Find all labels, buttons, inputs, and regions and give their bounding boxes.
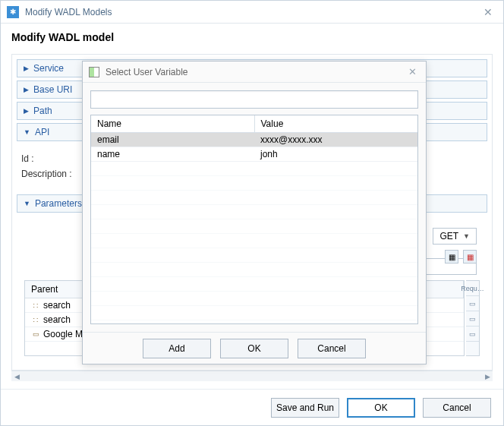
variable-row[interactable]: email xxxx@xxxx.xxx bbox=[91, 133, 417, 147]
caret-down-icon: ▼ bbox=[24, 128, 30, 136]
cancel-button[interactable]: Cancel bbox=[423, 398, 491, 418]
section-service-label: Service bbox=[33, 63, 64, 74]
method-select[interactable]: GET ▼ bbox=[433, 228, 477, 245]
tree-icon: ⸬ bbox=[31, 315, 40, 324]
dialog-ok-button[interactable]: OK bbox=[220, 339, 288, 358]
var-value: jonh bbox=[254, 147, 417, 161]
mini-cell[interactable]: ▭ bbox=[466, 296, 479, 311]
caret-right-icon: ▶ bbox=[24, 107, 29, 115]
dialog-footer: Add OK Cancel bbox=[83, 332, 426, 364]
add-button[interactable]: Add bbox=[143, 339, 211, 358]
description-label: Description : bbox=[21, 169, 90, 179]
variable-row[interactable]: name jonh bbox=[91, 147, 417, 162]
section-parameters-label: Parameters bbox=[35, 198, 82, 209]
var-name: email bbox=[91, 133, 254, 147]
param-label: search bbox=[43, 300, 71, 311]
method-select-wrap: GET ▼ bbox=[433, 228, 477, 245]
param-table-right: Requ… ▭ ▭ ▭ bbox=[466, 280, 480, 356]
window-title: Modify WADL Models bbox=[25, 7, 479, 17]
titlebar: ✱ Modify WADL Models ✕ bbox=[1, 1, 503, 24]
var-value: xxxx@xxxx.xxx bbox=[254, 133, 417, 147]
col-value: Value bbox=[255, 115, 418, 132]
var-name: name bbox=[91, 147, 254, 161]
caret-right-icon: ▶ bbox=[24, 65, 29, 72]
section-path-label: Path bbox=[33, 106, 52, 116]
col-name: Name bbox=[91, 115, 255, 132]
variable-search-input[interactable] bbox=[90, 90, 418, 109]
dialog-title: Select User Variable bbox=[106, 67, 405, 77]
tree-icon: ⸬ bbox=[31, 301, 40, 310]
method-value: GET bbox=[439, 231, 458, 241]
caret-down-icon: ▼ bbox=[24, 200, 30, 207]
caret-down-icon: ▼ bbox=[463, 232, 470, 240]
mini-cell[interactable]: ▭ bbox=[466, 327, 479, 342]
save-and-run-button[interactable]: Save and Run bbox=[271, 398, 339, 418]
caret-right-icon: ▶ bbox=[24, 86, 29, 93]
section-base-uri-label: Base URI bbox=[33, 84, 72, 95]
param-toolbar: ▦ ▦ bbox=[445, 250, 477, 263]
dialog-titlebar: Select User Variable ✕ bbox=[83, 62, 426, 83]
variable-table-empty bbox=[91, 162, 417, 323]
dialog-close-icon[interactable]: ✕ bbox=[405, 66, 420, 77]
window-close-icon[interactable]: ✕ bbox=[479, 5, 497, 20]
remove-column-button[interactable]: ▦ bbox=[463, 250, 477, 263]
variable-table-header: Name Value bbox=[91, 115, 417, 133]
add-column-button[interactable]: ▦ bbox=[445, 250, 458, 263]
horizontal-scrollbar[interactable]: ◀ ▶ bbox=[11, 371, 493, 381]
page-subheader: Modify WADL model bbox=[11, 31, 493, 43]
scroll-right-icon[interactable]: ▶ bbox=[482, 373, 493, 380]
dialog-body: Name Value email xxxx@xxxx.xxx name jonh bbox=[83, 83, 426, 332]
param-label: Google Ma bbox=[43, 329, 88, 339]
section-api-label: API bbox=[35, 127, 49, 137]
app-icon: ✱ bbox=[7, 6, 19, 18]
footer: Save and Run OK Cancel bbox=[1, 389, 503, 425]
scroll-left-icon[interactable]: ◀ bbox=[11, 373, 22, 380]
select-user-variable-dialog: Select User Variable ✕ Name Value email … bbox=[82, 61, 427, 364]
ok-button[interactable]: OK bbox=[347, 398, 415, 418]
variable-table: Name Value email xxxx@xxxx.xxx name jonh bbox=[90, 115, 418, 324]
dialog-cancel-button[interactable]: Cancel bbox=[298, 339, 366, 358]
param-label: search bbox=[43, 314, 71, 325]
col-requ: Requ… bbox=[466, 281, 479, 296]
id-label: Id : bbox=[21, 153, 90, 164]
dialog-icon bbox=[89, 67, 99, 77]
doc-icon: ▭ bbox=[31, 330, 40, 339]
mini-cell[interactable]: ▭ bbox=[466, 311, 479, 327]
